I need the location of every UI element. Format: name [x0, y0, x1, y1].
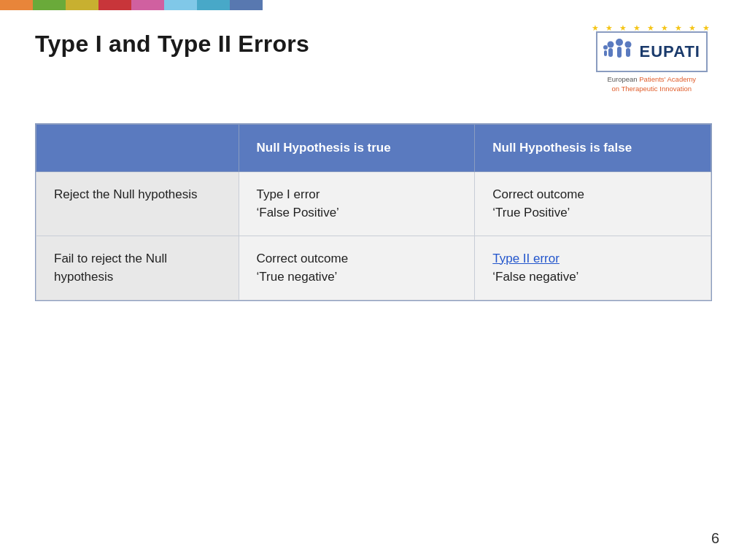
- logo-figures-icon: [603, 36, 635, 68]
- logo-name: EUPATI: [640, 42, 700, 61]
- row1-label: Reject the Null hypothesis: [36, 171, 239, 236]
- strip-red: [98, 0, 131, 10]
- eupati-logo: ★ ★ ★ ★ ★ ★ ★ ★ ★ EUPATI: [592, 23, 712, 94]
- svg-rect-1: [608, 48, 613, 57]
- strip-light-blue: [164, 0, 197, 10]
- header-null-false: Null Hypothesis is false: [475, 124, 711, 171]
- logo-box: EUPATI: [596, 31, 708, 72]
- table-container: Null Hypothesis is true Null Hypothesis …: [35, 123, 712, 301]
- svg-rect-5: [626, 48, 630, 57]
- svg-point-0: [607, 42, 614, 48]
- row1-col1-line1: Type I error: [257, 187, 320, 201]
- strip-green: [33, 0, 66, 10]
- svg-point-4: [624, 42, 631, 48]
- row1-col2-line2: ‘True Positive’: [492, 206, 570, 219]
- table-row: Reject the Null hypothesis Type I error …: [36, 171, 711, 236]
- table-row: Fail to reject the Null hypothesis Corre…: [36, 236, 711, 300]
- page-title: Type I and Type II Errors: [35, 31, 309, 58]
- page-number: 6: [711, 530, 719, 547]
- strip-orange: [0, 0, 33, 10]
- row2-col2-line2: ‘False negative’: [492, 270, 578, 284]
- header-null-true: Null Hypothesis is true: [239, 124, 475, 171]
- row1-label-text: Reject the Null hypothesis: [54, 187, 198, 201]
- strip-yellow: [66, 0, 98, 10]
- row1-col1: Type I error ‘False Positive’: [239, 171, 475, 236]
- header-empty: [36, 124, 239, 171]
- color-strip-bar: [0, 0, 263, 10]
- row2-col1: Correct outcome ‘True negative’: [239, 236, 475, 300]
- logo-subtitle-patients: Patients' Academy: [639, 75, 696, 83]
- row1-col1-line2: ‘False Positive’: [257, 206, 339, 219]
- row2-label: Fail to reject the Null hypothesis: [36, 236, 239, 300]
- svg-point-2: [616, 39, 623, 46]
- row2-col1-line1: Correct outcome: [257, 252, 349, 265]
- strip-mid-blue: [197, 0, 230, 10]
- strip-dark-blue: [230, 0, 263, 10]
- svg-rect-3: [617, 47, 622, 58]
- row2-col2: Type II error ‘False negative’: [475, 236, 711, 300]
- svg-rect-7: [604, 50, 607, 56]
- row1-col2-line1: Correct outcome: [492, 187, 584, 201]
- strip-pink: [131, 0, 164, 10]
- table-header-row: Null Hypothesis is true Null Hypothesis …: [36, 124, 711, 171]
- logo-subtitle: European Patients' Academy on Therapeuti…: [607, 74, 696, 94]
- logo-subtitle-line2: on Therapeutic Innovation: [611, 85, 692, 93]
- row2-label-text: Fail to reject the Null hypothesis: [54, 252, 167, 284]
- row2-col1-line2: ‘True negative’: [257, 270, 338, 284]
- type2-error-link[interactable]: Type II error: [492, 252, 560, 265]
- errors-table: Null Hypothesis is true Null Hypothesis …: [36, 124, 711, 300]
- header: Type I and Type II Errors ★ ★ ★ ★ ★ ★ ★ …: [0, 10, 747, 101]
- svg-point-6: [603, 45, 608, 50]
- slide: Type I and Type II Errors ★ ★ ★ ★ ★ ★ ★ …: [0, 0, 747, 560]
- row1-col2: Correct outcome ‘True Positive’: [475, 171, 711, 236]
